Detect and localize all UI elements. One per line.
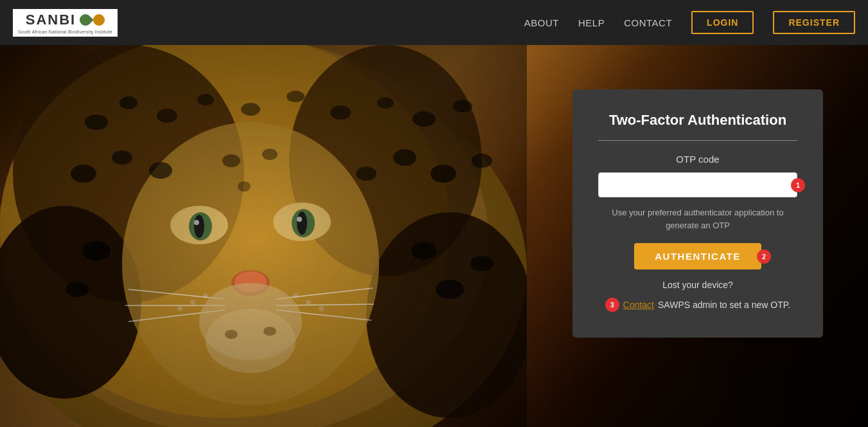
logo: SANBI South African National Biodiversit…	[13, 9, 118, 37]
svg-point-60	[0, 45, 527, 427]
contact-row: 3 Contact SAWPS admin to set a new OTP.	[598, 298, 797, 312]
otp-label: OTP code	[598, 154, 797, 165]
register-button[interactable]: REGISTER	[773, 11, 855, 34]
helper-text: Use your preferred authenticator applica…	[598, 206, 797, 232]
auth-divider	[598, 140, 797, 141]
auth-title: Two-Factor Authentication	[598, 112, 797, 129]
header: SANBI South African National Biodiversit…	[0, 0, 868, 45]
leaf-icon	[77, 12, 93, 28]
animal-icon	[93, 14, 105, 26]
otp-input-wrap: 1	[598, 172, 797, 197]
logo-subtitle: South African National Biodiversity Inst…	[18, 30, 112, 34]
nav-help[interactable]: HELP	[578, 17, 605, 28]
logo-text: SANBI	[26, 12, 76, 28]
logo-icons	[80, 14, 105, 26]
nav-links: ABOUT HELP CONTACT LOGIN REGISTER	[524, 11, 855, 34]
badge-2: 2	[757, 250, 771, 264]
badge-1: 1	[791, 178, 805, 192]
otp-input[interactable]	[598, 172, 797, 197]
lost-device-label: Lost your device?	[598, 280, 797, 290]
contact-rest: SAWPS admin to set a new OTP.	[658, 300, 790, 310]
authenticate-button[interactable]: AUTHENTICATE	[634, 243, 761, 269]
nav-about[interactable]: ABOUT	[524, 17, 559, 28]
auth-card: Two-Factor Authentication OTP code 1 Use…	[572, 89, 823, 338]
nav-contact[interactable]: CONTACT	[624, 17, 672, 28]
contact-link[interactable]: Contact	[623, 300, 654, 310]
badge-3: 3	[605, 298, 619, 312]
login-button[interactable]: LOGIN	[691, 11, 754, 34]
authenticate-wrap: AUTHENTICATE 2	[598, 243, 797, 269]
